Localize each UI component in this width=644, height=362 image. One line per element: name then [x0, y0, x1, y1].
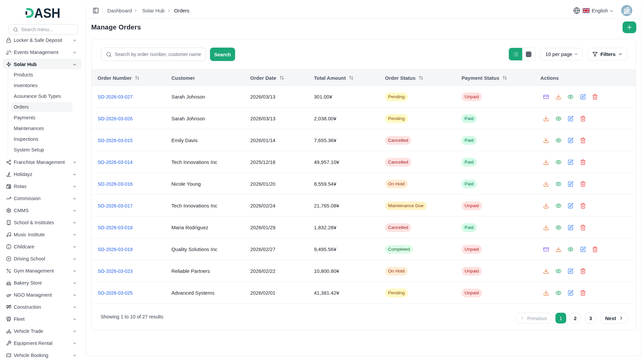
svg-text:ASH: ASH: [34, 6, 60, 20]
